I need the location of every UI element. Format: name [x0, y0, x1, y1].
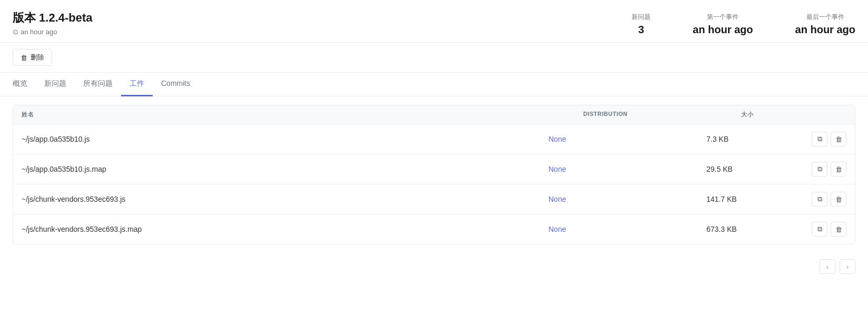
- file-name-2: ~/js/app.0a535b10.js.map: [22, 165, 548, 173]
- size-1: 7.3 KB: [706, 135, 812, 143]
- page-wrapper: 版本 1.2.4-beta ⊙ an hour ago 新问题 3 第一个事件 …: [0, 0, 868, 314]
- distribution-2: None: [548, 165, 706, 173]
- stat-last-event: 最后一个事件 an hour ago: [795, 13, 855, 36]
- files-table: 姓名 DISTRIBUTION 大小 ~/js/app.0a535b10.js …: [13, 105, 855, 244]
- size-4: 673.3 KB: [706, 225, 812, 233]
- tabs-section: 概览 新问题 所有问题 工件 Commits: [0, 73, 868, 96]
- pagination-next[interactable]: ›: [840, 259, 855, 274]
- row-actions-4: ⧉ 🗑: [812, 222, 846, 237]
- stat-value-last-event: an hour ago: [795, 24, 855, 36]
- distribution-3: None: [548, 195, 706, 203]
- page-title: 版本 1.2.4-beta: [13, 11, 632, 26]
- stat-label-last-event: 最后一个事件: [795, 13, 855, 22]
- file-name-3: ~/js/chunk-vendors.953ec693.js: [22, 195, 548, 203]
- delete-row-button-4[interactable]: 🗑: [831, 222, 846, 237]
- header-section: 版本 1.2.4-beta ⊙ an hour ago 新问题 3 第一个事件 …: [0, 0, 868, 43]
- size-3: 141.7 KB: [706, 195, 812, 203]
- header-left: 版本 1.2.4-beta ⊙ an hour ago: [13, 11, 632, 36]
- file-name-1: ~/js/app.0a535b10.js: [22, 135, 548, 143]
- distribution-1: None: [548, 135, 706, 143]
- delete-row-button-2[interactable]: 🗑: [831, 162, 846, 176]
- trash-icon: 🗑: [21, 54, 27, 62]
- external-link-button-3[interactable]: ⧉: [812, 192, 827, 207]
- delete-row-button-1[interactable]: 🗑: [831, 132, 846, 146]
- row-actions-1: ⧉ 🗑: [812, 132, 846, 146]
- table-row: ~/js/chunk-vendors.953ec693.js.map None …: [13, 214, 855, 244]
- action-bar: 🗑 删除: [0, 43, 868, 73]
- tab-artifacts[interactable]: 工件: [121, 73, 153, 96]
- clock-icon: ⊙: [13, 28, 18, 36]
- tab-new-issues[interactable]: 新问题: [36, 73, 75, 96]
- stat-value-new-issues: 3: [632, 24, 651, 36]
- subtitle-time: an hour ago: [21, 28, 57, 36]
- header-stats: 新问题 3 第一个事件 an hour ago 最后一个事件 an hour a…: [632, 11, 855, 36]
- delete-row-button-3[interactable]: 🗑: [831, 192, 846, 207]
- table-row: ~/js/app.0a535b10.js None 7.3 KB ⧉ 🗑: [13, 124, 855, 154]
- table-row: ~/js/chunk-vendors.953ec693.js None 141.…: [13, 184, 855, 214]
- stat-label-new-issues: 新问题: [632, 13, 651, 22]
- col-header-size: 大小: [741, 111, 846, 119]
- tab-overview[interactable]: 概览: [13, 73, 36, 96]
- table-row: ~/js/app.0a535b10.js.map None 29.5 KB ⧉ …: [13, 154, 855, 184]
- stat-value-first-event: an hour ago: [693, 24, 753, 36]
- table-header: 姓名 DISTRIBUTION 大小: [13, 105, 855, 124]
- col-header-distribution: DISTRIBUTION: [583, 111, 741, 119]
- file-name-4: ~/js/chunk-vendors.953ec693.js.map: [22, 225, 548, 233]
- external-link-button-2[interactable]: ⧉: [812, 162, 827, 176]
- pagination-prev[interactable]: ‹: [820, 259, 835, 274]
- distribution-4: None: [548, 225, 706, 233]
- stat-first-event: 第一个事件 an hour ago: [693, 13, 753, 36]
- row-actions-3: ⧉ 🗑: [812, 192, 846, 207]
- tab-commits[interactable]: Commits: [153, 73, 198, 96]
- delete-label: 删除: [31, 53, 44, 62]
- external-link-button-4[interactable]: ⧉: [812, 222, 827, 237]
- size-2: 29.5 KB: [706, 165, 812, 173]
- pagination-section: ‹ ›: [0, 253, 868, 280]
- delete-button[interactable]: 🗑 删除: [13, 49, 52, 66]
- tab-all-issues[interactable]: 所有问题: [75, 73, 121, 96]
- external-link-button-1[interactable]: ⧉: [812, 132, 827, 146]
- page-subtitle: ⊙ an hour ago: [13, 28, 632, 36]
- col-header-name: 姓名: [22, 111, 583, 119]
- stat-label-first-event: 第一个事件: [693, 13, 753, 22]
- row-actions-2: ⧉ 🗑: [812, 162, 846, 176]
- stat-new-issues: 新问题 3: [632, 13, 651, 36]
